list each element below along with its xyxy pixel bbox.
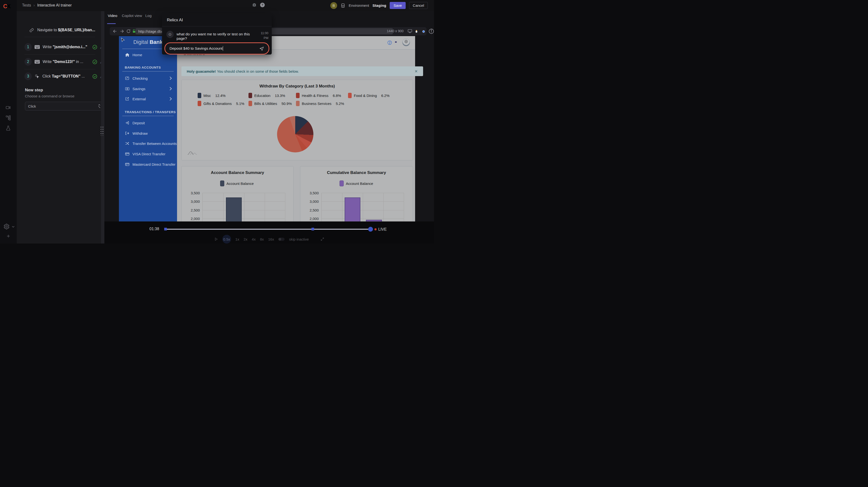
y-tick: 3,000 [191, 200, 200, 204]
bank-section-transactions: TRANSACTIONS / TRANSFERS [125, 110, 176, 114]
step-target: "Demo123!" [53, 60, 75, 64]
skip-inactive-label: skip inactive [289, 237, 309, 241]
bank-user-avatar[interactable] [402, 38, 410, 46]
bank-nav-label: Checking [132, 76, 148, 81]
legend-item[interactable]: Business Services5.2% [296, 100, 344, 106]
forward-icon[interactable] [119, 29, 124, 34]
bank-nav-mastercard-transfer[interactable]: Mastercard Direct Transfer [119, 161, 177, 168]
skip-inactive-toggle[interactable] [278, 238, 285, 241]
legend-item[interactable]: Health & Fitness6.8% [296, 93, 341, 98]
step-target: "jsmith@demo.i..." [53, 45, 87, 49]
step-row-1[interactable]: 1 Write "jsmith@demo.i..." [17, 42, 109, 52]
back-icon[interactable] [113, 29, 118, 34]
legend-item[interactable]: Account Balance [220, 181, 254, 186]
step-suffix: in ... [75, 60, 83, 64]
speed-4x[interactable]: 4x [252, 237, 256, 241]
debug-bug-icon[interactable] [252, 2, 257, 8]
breadcrumb: Tests › Interactive AI trainer [22, 3, 72, 7]
speed-0.5x[interactable]: 0.5x [222, 235, 231, 243]
experiments-flask-icon[interactable] [5, 125, 11, 131]
user-avatar[interactable]: B [330, 2, 337, 9]
bank-help-icon[interactable] [387, 40, 392, 45]
ai-prompt-input[interactable]: Deposit $40 to Savings Account [164, 42, 269, 55]
step-row-2[interactable]: 2 Write "Demo123!" in ... [17, 57, 109, 67]
cx-logo-c: C [3, 3, 7, 9]
flows-icon[interactable] [5, 115, 11, 121]
cancel-button[interactable]: Cancel [409, 2, 428, 9]
ai-message-row: ☺ what do you want me to verify or test … [166, 31, 268, 41]
breadcrumb-separator: › [33, 3, 35, 7]
checking-icon [125, 76, 130, 80]
bank-nav-withdraw[interactable]: Withdraw [119, 130, 177, 137]
ai-chat-icon: ☺ [166, 31, 174, 38]
command-select[interactable]: Click [25, 102, 104, 111]
bank-nav-external[interactable]: External [119, 95, 177, 102]
fullscreen-icon[interactable] [320, 237, 324, 241]
speed-1x[interactable]: 1x [236, 237, 239, 241]
legend-item[interactable]: Gifts & Donations5.1% [197, 100, 244, 106]
settings-gear-icon[interactable] [3, 223, 10, 230]
bank-nav-visa-transfer[interactable]: VISA Direct Transfer [119, 150, 177, 157]
timeline-marker[interactable] [311, 228, 314, 231]
legend-item[interactable]: Education13.3% [248, 93, 285, 98]
breadcrumb-tests[interactable]: Tests [22, 3, 31, 7]
bank-nav-deposit[interactable]: Deposit [119, 119, 177, 126]
monitor-icon[interactable] [408, 29, 412, 33]
legend-item[interactable]: Bills & Utilities50.9% [248, 100, 292, 106]
timeline-live-handle[interactable] [368, 227, 373, 232]
legend-item[interactable]: Food & Dining6.2% [348, 93, 390, 98]
bank-logo-light: Digital [133, 39, 149, 45]
panel-resize-handle[interactable] [101, 11, 104, 243]
top-bar: Tests › Interactive AI trainer ? B Envir… [17, 0, 434, 11]
divider [25, 69, 95, 69]
bank-nav-transfer[interactable]: Transfer Between Accounts [119, 140, 177, 147]
send-icon[interactable] [259, 46, 264, 51]
speed-8x[interactable]: 8x [260, 237, 264, 241]
speed-2x[interactable]: 2x [244, 237, 248, 241]
session-video[interactable]: Digital Bank Home BANKING ACCOUNTS Check… [119, 36, 415, 221]
play-icon[interactable] [214, 237, 218, 241]
speed-16x[interactable]: 16x [268, 237, 274, 241]
add-icon[interactable] [6, 234, 10, 238]
bank-nav-label: Savings [132, 87, 145, 91]
bank-nav-label: Home [132, 53, 142, 57]
divider [25, 54, 95, 55]
tab-video[interactable]: Video [108, 13, 117, 18]
bank-nav-checking[interactable]: Checking [119, 74, 177, 82]
breadcrumb-current: Interactive AI trainer [37, 3, 72, 7]
cx-logo[interactable]: CX [3, 3, 10, 10]
step-navigate[interactable]: Navigate to ${BASE_URL}/ban... [17, 25, 114, 35]
url-text: http://stage.dba [138, 29, 163, 33]
step-row-3[interactable]: 3 Click Tag="BUTTON" ... [17, 71, 109, 81]
select-chevrons-icon [98, 104, 101, 108]
y-tick: 3,500 [310, 191, 319, 195]
steps-panel: Navigate to ${BASE_URL}/ban... 1 Write "… [17, 11, 101, 243]
save-button[interactable]: Save [390, 2, 406, 9]
video-player-bar: 01:38 LIVE 0.5x 1x 2x 4x 8x 16x skip ina… [104, 221, 434, 243]
sparkline-icon[interactable] [187, 150, 197, 156]
alert-close-icon[interactable]: ✕ [414, 69, 418, 74]
bank-section-accounts: BANKING ACCOUNTS [125, 66, 161, 69]
bank-nav-savings[interactable]: 1 Savings [119, 85, 177, 92]
tab-copilot-view[interactable]: Copilot view [122, 13, 142, 18]
chevron-down-icon[interactable] [11, 225, 15, 229]
environment-value[interactable]: Staging [372, 3, 386, 7]
step-number: 2 [25, 58, 32, 66]
live-dot-icon [374, 228, 377, 231]
info-icon[interactable] [428, 28, 434, 34]
y-tick: 2,500 [310, 208, 319, 212]
bank-sidebar: Digital Bank Home BANKING ACCOUNTS Check… [119, 36, 177, 221]
legend-item[interactable]: Account Balance [340, 181, 373, 186]
sign-in-icon [125, 121, 130, 125]
new-step-title: New step [25, 88, 43, 93]
recordings-icon[interactable] [5, 105, 11, 111]
help-icon[interactable]: ? [259, 2, 265, 8]
reload-icon[interactable] [126, 29, 131, 33]
legend-item[interactable]: Misc12.4% [197, 93, 225, 98]
command-select-value: Click [28, 104, 36, 108]
bank-nav-label: Withdraw [132, 131, 148, 135]
tab-log[interactable]: Log [145, 13, 152, 18]
timeline-start-handle[interactable] [164, 228, 167, 231]
timeline-slider[interactable] [165, 229, 372, 230]
text-caret [223, 46, 223, 51]
